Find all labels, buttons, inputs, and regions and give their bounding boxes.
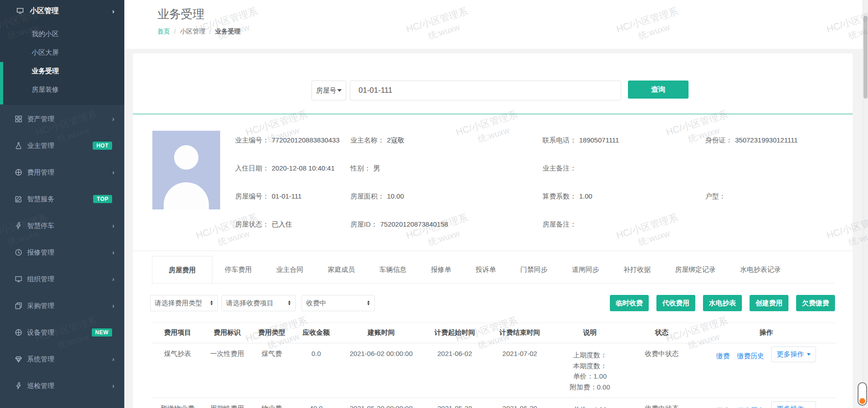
search-type-select[interactable]: 房屋号 <box>311 81 346 100</box>
scroll-indicator-widget[interactable] <box>858 382 867 406</box>
field-house-status: 房屋状态：已入住 <box>235 219 350 247</box>
fee-type-select[interactable]: 请选择费用类型 ▲▼ <box>150 295 218 311</box>
search-input[interactable] <box>350 81 621 100</box>
tab-gate-sync[interactable]: 道闸同步 <box>560 256 611 283</box>
chevron-right-icon: › <box>112 302 114 309</box>
filter-row: 请选择费用类型 ▲▼ 请选择收费项目 ▲▼ 收费中 ▲▼ 临时收费 代收费用 水… <box>150 295 835 311</box>
tab-reprint-receipt[interactable]: 补打收据 <box>611 256 663 283</box>
tab-meter-reading-records[interactable]: 水电抄表记录 <box>728 256 793 283</box>
new-badge: NEW <box>92 328 113 337</box>
sidebar-subitem-house-decoration[interactable]: 房屋装修 <box>0 80 124 99</box>
pay-history-link[interactable]: 缴费历史 <box>737 352 764 361</box>
tab-access-sync[interactable]: 门禁同步 <box>508 256 560 283</box>
scroll-indicator-fill <box>859 398 865 404</box>
sidebar-item-organization[interactable]: 组织管理› <box>0 269 124 289</box>
tab-family-members[interactable]: 家庭成员 <box>316 256 367 283</box>
sidebar-item-inspection[interactable]: 巡检管理› <box>0 376 124 396</box>
field-empty <box>705 163 853 191</box>
tab-repair-orders[interactable]: 报修单 <box>419 256 463 283</box>
field-owner-name: 业主名称：2寇敬 <box>350 135 542 163</box>
sidebar-item-smart-parking[interactable]: 智慧停车› <box>0 216 124 236</box>
sidebar-item-community-mgmt[interactable]: 小区管理 › <box>0 0 124 22</box>
field-house-area: 房屋面积：10.00 <box>350 191 542 219</box>
content-panel: 房屋号 查询 业主编号：772020120883830433 业主名称：2寇敬 … <box>133 53 853 408</box>
copy-icon <box>15 302 22 309</box>
chevron-right-icon: › <box>112 222 114 229</box>
field-house-remark: 房屋备注： <box>542 219 705 247</box>
table-row: 煤气抄表 一次性费用 煤气费 0.0 2021-06-02 00:00:00 2… <box>152 343 836 398</box>
desktop-icon <box>15 275 22 283</box>
field-owner-remark: 业主备注： <box>542 163 705 191</box>
field-id-card: 身份证：35072319930121111 <box>705 135 853 163</box>
arrears-pay-button[interactable]: 欠费缴费 <box>796 295 835 311</box>
tab-house-fees[interactable]: 房屋费用 <box>152 256 212 283</box>
sidebar-item-assets[interactable]: 资产管理› <box>0 109 124 129</box>
create-fee-button[interactable]: 创建费用 <box>750 295 788 311</box>
collect-fee-button[interactable]: 代收费用 <box>656 295 695 311</box>
updown-arrows-icon: ▲▼ <box>288 300 291 306</box>
table-header-row: 费用项目 费用标识 费用类型 应收金额 建账时间 计费起始时间 计费结束时间 说… <box>152 323 836 343</box>
sidebar-subitem-my-community[interactable]: 我的小区 <box>0 24 124 43</box>
meter-reading-button[interactable]: 水电抄表 <box>703 295 742 311</box>
field-owner-id: 业主编号：772020120883830433 <box>235 135 350 163</box>
tab-parking-fees[interactable]: 停车费用 <box>212 256 264 283</box>
caret-down-icon <box>807 353 811 356</box>
sidebar-item-label: 小区管理 <box>30 6 59 16</box>
search-section: 房屋号 查询 <box>133 53 853 114</box>
chevron-down-icon <box>337 89 342 92</box>
sidebar-group-community: 小区管理 › 我的小区 小区大屏 业务受理 房屋装修 <box>0 0 124 105</box>
tab-complaint-orders[interactable]: 投诉单 <box>463 256 508 283</box>
scrollbar-thumb[interactable] <box>863 16 868 99</box>
page-header: 业务受理 首页 / 小区管理 / 业务受理 <box>124 0 868 49</box>
fee-item-select[interactable]: 请选择收费项目 ▲▼ <box>222 295 296 311</box>
tab-owner-contracts[interactable]: 业主合同 <box>264 256 316 283</box>
status-text: 收费中状态 <box>627 343 696 398</box>
sidebar-subitem-big-screen[interactable]: 小区大屏 <box>0 43 124 62</box>
globe-icon <box>15 329 22 336</box>
edit-icon <box>15 195 22 203</box>
breadcrumb-current: 业务受理 <box>215 28 241 36</box>
pay-history-link[interactable]: 缴费历史 <box>737 407 764 408</box>
field-empty <box>705 219 853 247</box>
breadcrumb-home-link[interactable]: 首页 <box>157 28 170 36</box>
status-text: 收费中状态 <box>627 398 696 408</box>
row-actions: 缴费 缴费历史 更多操作 <box>697 404 835 408</box>
owner-fields: 业主编号：772020120883830433 业主名称：2寇敬 联系电话：18… <box>235 131 853 251</box>
chevron-right-icon: › <box>112 169 114 176</box>
tab-house-binding-records[interactable]: 房屋绑定记录 <box>663 256 728 283</box>
sidebar-subitem-business-acceptance[interactable]: 业务受理 <box>0 62 124 80</box>
pay-link[interactable]: 缴费 <box>716 352 730 361</box>
vertical-scrollbar[interactable] <box>863 0 868 408</box>
sidebar-item-owners[interactable]: 业主管理HOT <box>0 136 124 156</box>
fee-description: 上期度数： 本期度数： 单价：1.00 附加费：0.00 <box>552 343 628 398</box>
row-actions: 缴费 缴费历史 更多操作 <box>697 350 835 362</box>
temp-charge-button[interactable]: 临时收费 <box>610 295 649 311</box>
sidebar-item-repairs[interactable]: 报修管理› <box>0 242 124 262</box>
field-house-type: 户型： <box>705 191 853 219</box>
detail-tabs: 房屋费用 停车费用 业主合同 家庭成员 车辆信息 报修单 投诉单 门禁同步 道闸… <box>152 256 835 284</box>
sidebar-item-fees[interactable]: 费用管理› <box>0 162 124 182</box>
active-indicator-bar <box>0 62 3 104</box>
bolt-icon <box>15 222 22 229</box>
more-actions-button[interactable]: 更多操作 <box>771 346 816 362</box>
sidebar-item-smart-service[interactable]: 智慧服务TOP <box>0 189 124 209</box>
field-gender: 性别：男 <box>350 163 542 191</box>
sidebar-item-system[interactable]: 系统管理› <box>0 349 124 369</box>
more-actions-button[interactable]: 更多操作 <box>771 401 816 408</box>
query-button[interactable]: 查询 <box>628 81 689 99</box>
bolt-icon <box>15 382 22 389</box>
field-checkin-date: 入住日期：2020-12-08 10:40:41 <box>235 163 350 191</box>
pay-link[interactable]: 缴费 <box>716 407 730 408</box>
chevron-right-icon: › <box>112 115 114 123</box>
field-phone: 联系电话：18905071111 <box>542 135 705 163</box>
sidebar: 小区管理 › 我的小区 小区大屏 业务受理 房屋装修 资产管理› 业主管理HOT… <box>0 0 124 408</box>
main-area: 业务受理 首页 / 小区管理 / 业务受理 房屋号 查询 <box>124 0 868 408</box>
fee-state-select[interactable]: 收费中 ▲▼ <box>302 295 375 311</box>
chevron-right-icon: › <box>112 7 114 15</box>
updown-arrows-icon: ▲▼ <box>210 300 213 306</box>
content: 房屋号 查询 业主编号：772020120883830433 业主名称：2寇敬 … <box>124 49 868 408</box>
sidebar-item-purchasing[interactable]: 采购管理› <box>0 296 124 316</box>
monitor-icon <box>16 7 24 14</box>
sidebar-item-devices[interactable]: 设备管理NEW <box>0 323 124 342</box>
tab-vehicle-info[interactable]: 车辆信息 <box>367 256 419 283</box>
